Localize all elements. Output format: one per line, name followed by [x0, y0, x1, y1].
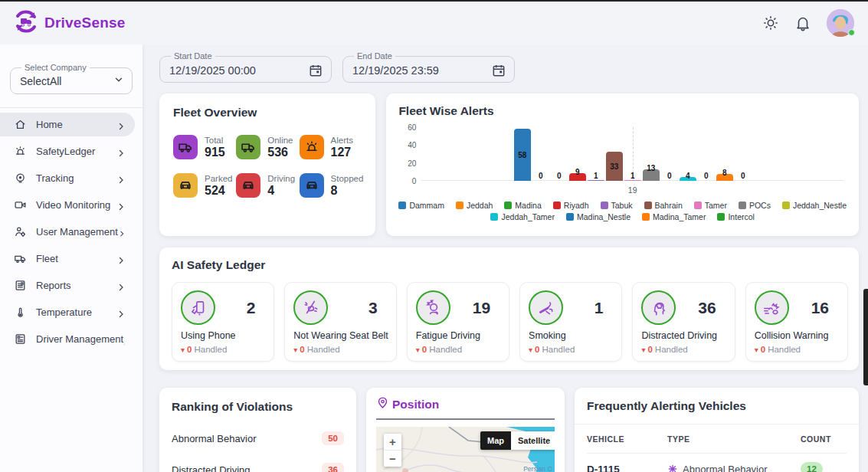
calendar-icon[interactable] — [308, 63, 323, 78]
caret-down-icon: ▾ — [293, 346, 297, 354]
position-card: Position + − Map — [366, 388, 565, 472]
satellite-view-button[interactable]: Satellite — [511, 431, 555, 450]
sidebar-item-driver-management[interactable]: Driver Management — [0, 327, 135, 351]
sidebar-item-user-management[interactable]: User Management — [0, 220, 135, 244]
sidebar-item-video-monitoring[interactable]: Video Monitoring — [0, 193, 135, 217]
bar-Jeddah_Tamer: 4 — [679, 127, 697, 181]
end-date-field[interactable]: End Date 12/19/2025 23:59 — [342, 51, 515, 83]
stat-stopped: Stopped8 — [300, 173, 364, 198]
legend-item-Madina_Tamer[interactable]: Madina_Tamer — [642, 212, 706, 221]
legend-item-Jeddah[interactable]: Jeddah — [456, 201, 493, 210]
report-document-icon — [14, 279, 27, 292]
sidebar-item-temperature[interactable]: Temperature — [0, 300, 135, 324]
calendar-icon[interactable] — [491, 63, 506, 78]
sidebar-menu: Home SafetyLedger Tracking Video Monitor… — [0, 113, 142, 351]
scrollbar-thumb[interactable] — [863, 289, 868, 385]
zoom-in-button[interactable]: + — [384, 434, 401, 450]
ranking-of-violations-card: Ranking of Violations Abnormal Behavior … — [159, 388, 356, 472]
bar-chart: 5800913311304080 19 0204060 — [398, 124, 847, 198]
user-avatar[interactable] — [827, 9, 854, 37]
chevron-right-icon — [123, 335, 126, 344]
bar-Madina_Nestle: 0 — [697, 127, 716, 181]
ledger-card-distracted[interactable]: 36 Distracted Driving ▾0Handled — [632, 282, 735, 362]
table-row[interactable]: D-1115 Abnormal Behavior 12 — [587, 454, 847, 472]
caret-down-icon: ▾ — [755, 346, 758, 354]
start-date-value[interactable]: 12/19/2025 00:00 — [169, 64, 256, 77]
legend-item-Tabuk[interactable]: Tabuk — [601, 201, 633, 210]
car-icon — [236, 173, 260, 198]
abnormal-behavior-icon — [667, 464, 678, 472]
legend-item-Dammam[interactable]: Dammam — [398, 201, 444, 210]
y-axis-tick: 0 — [412, 177, 417, 185]
legend-item-Bahrain[interactable]: Bahrain — [644, 201, 683, 210]
chevron-right-icon — [118, 228, 126, 237]
sidebar-item-home[interactable]: Home — [0, 113, 135, 136]
end-date-label: End Date — [354, 51, 395, 61]
fleet-stats-grid: Total915 Online536 Alerts127 Parked524 D… — [173, 135, 363, 198]
sidebar-item-reports[interactable]: Reports — [0, 274, 135, 297]
legend-item-POCs[interactable]: POCs — [739, 201, 771, 210]
car-icon — [173, 173, 198, 198]
violation-count-badge: 50 — [322, 431, 344, 445]
main-content: Start Date 12/19/2025 00:00 End Date 12/… — [142, 44, 868, 472]
truck-icon — [236, 135, 260, 159]
chevron-right-icon — [116, 254, 126, 264]
sidebar: Select Company SelectAll Home SafetyLedg… — [0, 44, 142, 472]
brand-logo[interactable]: DriveSense — [11, 6, 126, 40]
bar-Madina_Tamer: 8 — [716, 127, 734, 181]
home-icon — [14, 118, 27, 131]
ledger-card-using-phone[interactable]: 2 Using Phone ▾0Handled — [172, 282, 274, 362]
stat-online: Online536 — [236, 135, 299, 159]
legend-item-Intercol[interactable]: Intercol — [717, 212, 754, 221]
map-canvas[interactable]: + − Map Satellite Persian G (Arabian — [376, 427, 555, 472]
legend-item-Madina_Nestle[interactable]: Madina_Nestle — [566, 212, 631, 221]
chevron-right-icon — [116, 120, 126, 129]
ai-safety-ledger-title: AI Safety Ledger — [172, 258, 848, 272]
chevron-right-icon — [116, 174, 126, 183]
legend-item-Jeddah_Nestle[interactable]: Jeddah_Nestle — [782, 201, 847, 210]
company-select[interactable]: Select Company SelectAll — [10, 63, 133, 94]
chevron-right-icon — [116, 308, 126, 317]
legend-row-2: Jeddah_TamerMadina_NestleMadina_TamerInt… — [398, 212, 847, 221]
ledger-card-smoking[interactable]: 1 Smoking ▾0Handled — [519, 282, 622, 362]
legend-item-Tamer[interactable]: Tamer — [694, 201, 727, 210]
end-date-value[interactable]: 12/19/2025 23:59 — [352, 64, 439, 77]
stat-alerts: Alerts127 — [300, 135, 364, 159]
alerting-vehicles-title: Frequently Alerting Vehicles — [587, 399, 847, 413]
bar-Jeddah_Nestle: 0 — [660, 127, 679, 181]
legend-item-Riyadh[interactable]: Riyadh — [553, 201, 589, 210]
ledger-card-fatigue[interactable]: 19 Fatigue Driving ▾0Handled — [407, 282, 509, 362]
company-select-label: Select Company — [21, 63, 90, 72]
table-header: VEHICLE TYPE COUNT — [587, 424, 847, 454]
sidebar-item-fleet[interactable]: Fleet — [0, 247, 135, 270]
notifications-bell-icon[interactable] — [794, 15, 811, 31]
ai-safety-ledger-card: AI Safety Ledger 2 Using Phone ▾0Handled… — [159, 247, 859, 370]
ledger-card-collision[interactable]: 16 Collision Warning ▾0Handled — [745, 282, 848, 362]
tracking-target-icon — [14, 172, 27, 185]
map-view-button[interactable]: Map — [480, 431, 511, 450]
sidebar-item-safetyledger[interactable]: SafetyLedger — [0, 139, 135, 163]
start-date-field[interactable]: Start Date 12/19/2025 00:00 — [159, 51, 332, 83]
frequently-alerting-vehicles-card: Frequently Alerting Vehicles VEHICLE TYP… — [575, 388, 859, 472]
fleet-wise-alerts-title: Fleet Wise Alerts — [398, 104, 847, 118]
alert-count-badge: 12 — [801, 462, 823, 472]
stat-parked: Parked524 — [173, 173, 236, 198]
caret-down-icon: ▾ — [416, 346, 420, 354]
theme-brightness-icon[interactable] — [762, 15, 779, 31]
bar-Bahrain: 33 — [605, 127, 624, 181]
position-divider — [376, 418, 555, 420]
legend-item-Jeddah_Tamer[interactable]: Jeddah_Tamer — [490, 212, 554, 221]
ledger-card-seat-belt[interactable]: 3 Not Wearing Seat Belt ▾0Handled — [284, 282, 396, 362]
legend-item-Madina[interactable]: Madina — [504, 201, 541, 210]
bar-Tamer: 1 — [624, 127, 642, 181]
chevron-down-icon — [113, 74, 124, 87]
driver-list-icon — [14, 333, 27, 346]
chart-legend: DammamJeddahMadinaRiyadhTabukBahrainTame… — [398, 201, 847, 221]
start-date-label: Start Date — [171, 51, 215, 61]
car-icon — [300, 173, 324, 198]
chevron-right-icon — [116, 201, 126, 210]
bar-Riyadh: 9 — [568, 127, 587, 181]
sidebar-item-tracking[interactable]: Tracking — [0, 166, 135, 190]
violation-row: Abnormal Behavior 50 — [172, 431, 344, 445]
zoom-out-button[interactable]: − — [384, 451, 401, 467]
